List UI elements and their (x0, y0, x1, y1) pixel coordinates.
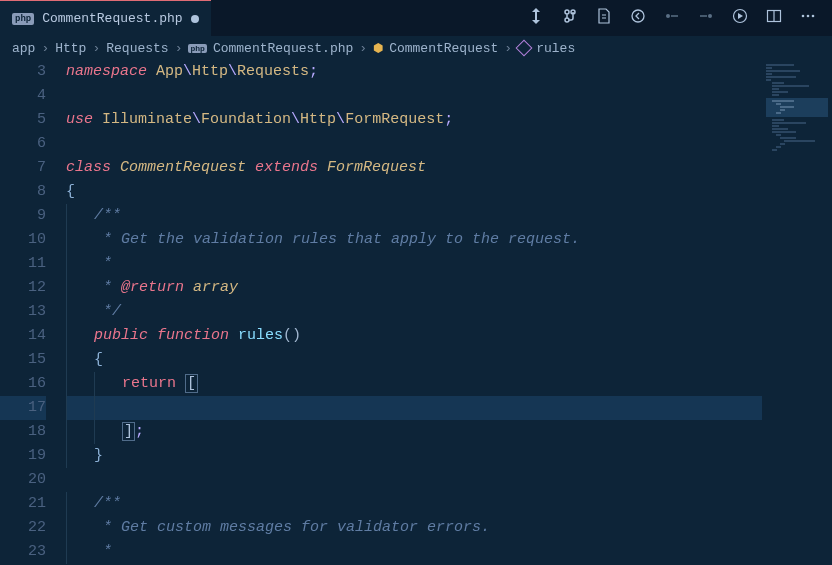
breadcrumb[interactable]: app › Http › Requests › php CommentReque… (0, 36, 832, 60)
tab-filename: CommentRequest.php (42, 11, 182, 26)
line-number: 11 (0, 252, 46, 276)
code-line[interactable]: /** (66, 492, 832, 516)
line-number: 3 (0, 60, 46, 84)
tab-active[interactable]: php CommentRequest.php (0, 0, 211, 36)
compare-icon[interactable] (528, 8, 544, 29)
code-line[interactable]: use Illuminate\Foundation\Http\FormReque… (66, 108, 832, 132)
code-line[interactable]: /** (66, 204, 832, 228)
code-line[interactable] (66, 468, 832, 492)
line-number: 15 (0, 348, 46, 372)
line-number: 18 (0, 420, 46, 444)
circle-left-icon[interactable] (630, 8, 646, 29)
line-number: 8 (0, 180, 46, 204)
breadcrumb-item[interactable]: CommentRequest.php (213, 41, 353, 56)
svg-point-1 (666, 14, 670, 18)
line-number: 21 (0, 492, 46, 516)
chevron-icon: › (175, 41, 183, 56)
line-number: 20 (0, 468, 46, 492)
split-editor-icon[interactable] (766, 8, 782, 29)
line-number: 10 (0, 228, 46, 252)
next-icon[interactable] (698, 8, 714, 29)
dirty-indicator-icon (191, 15, 199, 23)
run-icon[interactable] (732, 8, 748, 29)
line-number: 7 (0, 156, 46, 180)
code-line[interactable]: * (66, 252, 832, 276)
code-line[interactable]: * Get the validation rules that apply to… (66, 228, 832, 252)
code-line[interactable] (66, 132, 832, 156)
editor-toolbar (528, 8, 832, 29)
breadcrumb-item[interactable]: Requests (106, 41, 168, 56)
code-line[interactable]: * Get custom messages for validator erro… (66, 516, 832, 540)
line-gutter: 34567891011121314151617181920212223 (0, 60, 66, 565)
code-line[interactable]: return [ (66, 372, 832, 396)
line-number: 9 (0, 204, 46, 228)
code-line[interactable] (66, 84, 832, 108)
code-area[interactable]: namespace App\Http\Requests;use Illumina… (66, 60, 832, 565)
svg-point-2 (708, 14, 712, 18)
svg-point-8 (812, 14, 815, 17)
code-line[interactable]: */ (66, 300, 832, 324)
breadcrumb-item[interactable]: app (12, 41, 35, 56)
line-number: 14 (0, 324, 46, 348)
line-number: 16 (0, 372, 46, 396)
line-number: 6 (0, 132, 46, 156)
chevron-icon: › (41, 41, 49, 56)
line-number: 17 (0, 396, 46, 420)
svg-point-6 (802, 14, 805, 17)
svg-point-7 (807, 14, 810, 17)
breadcrumb-item[interactable]: CommentRequest (389, 41, 498, 56)
chevron-icon: › (359, 41, 367, 56)
more-icon[interactable] (800, 8, 816, 29)
breadcrumb-item[interactable]: rules (536, 41, 575, 56)
editor[interactable]: 34567891011121314151617181920212223 name… (0, 60, 832, 565)
code-line[interactable]: namespace App\Http\Requests; (66, 60, 832, 84)
line-number: 4 (0, 84, 46, 108)
code-line[interactable]: * @return array (66, 276, 832, 300)
chevron-icon: › (504, 41, 512, 56)
line-number: 23 (0, 540, 46, 564)
code-line[interactable]: } (66, 444, 832, 468)
source-control-icon[interactable] (562, 8, 578, 29)
line-number: 13 (0, 300, 46, 324)
line-number: 12 (0, 276, 46, 300)
code-line[interactable]: { (66, 348, 832, 372)
line-number: 19 (0, 444, 46, 468)
minimap[interactable] (762, 60, 832, 565)
code-line[interactable]: public function rules() (66, 324, 832, 348)
php-icon: php (188, 44, 206, 53)
line-number: 5 (0, 108, 46, 132)
code-line[interactable]: * (66, 540, 832, 564)
method-icon (516, 40, 533, 57)
code-line[interactable]: ]; (66, 420, 832, 444)
class-icon: ⬢ (373, 41, 383, 56)
code-line[interactable]: class CommentRequest extends FormRequest (66, 156, 832, 180)
tab-bar: php CommentRequest.php (0, 0, 832, 36)
svg-point-0 (632, 10, 644, 22)
previous-icon[interactable] (664, 8, 680, 29)
php-icon: php (12, 13, 34, 25)
line-number: 22 (0, 516, 46, 540)
file-icon[interactable] (596, 8, 612, 29)
code-line[interactable] (66, 396, 832, 420)
chevron-icon: › (92, 41, 100, 56)
breadcrumb-item[interactable]: Http (55, 41, 86, 56)
code-line[interactable]: { (66, 180, 832, 204)
